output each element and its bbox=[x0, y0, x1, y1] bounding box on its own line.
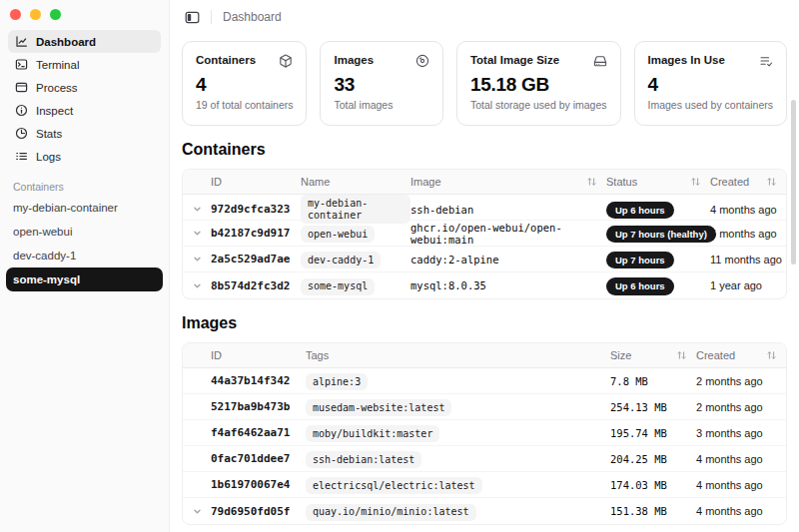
container-image: ghcr.io/open-webui/open-webui:main bbox=[410, 222, 606, 246]
card-value: 33 bbox=[334, 74, 428, 96]
image-tags-badge: quay.io/minio/minio:latest bbox=[306, 501, 610, 521]
chevron-down-icon[interactable] bbox=[183, 280, 211, 291]
sidebar-container-my-debian-container[interactable]: my-debian-container bbox=[6, 196, 163, 220]
container-id: b42187c9d917 bbox=[211, 227, 301, 240]
card-title: Images bbox=[334, 54, 374, 66]
chevron-down-icon[interactable] bbox=[183, 254, 211, 265]
terminal-icon bbox=[15, 58, 28, 71]
card-title: Images In Use bbox=[648, 54, 725, 66]
container-row[interactable]: b42187c9d917 open-webui ghcr.io/open-web… bbox=[183, 221, 786, 247]
containers-table: ID Name Image Status Created 972d9cfca32… bbox=[182, 169, 787, 299]
window-close-button[interactable] bbox=[10, 9, 21, 20]
chevron-down-icon[interactable] bbox=[183, 506, 211, 517]
image-created: 4 months ago bbox=[696, 453, 786, 465]
topbar: Dashboard bbox=[170, 0, 799, 34]
image-tags-badge: musedam-website:latest bbox=[306, 397, 610, 417]
sidebar-container-some-mysql[interactable]: some-mysql bbox=[6, 267, 163, 291]
app-window-icon bbox=[15, 81, 28, 94]
sidebar-item-process[interactable]: Process bbox=[8, 76, 161, 99]
window-zoom-button[interactable] bbox=[50, 9, 61, 20]
column-header-created[interactable]: Created bbox=[710, 176, 786, 188]
card-title: Total Image Size bbox=[470, 54, 559, 66]
sidebar-section-label: Containers bbox=[13, 181, 169, 193]
container-status: Up 6 hours bbox=[606, 200, 710, 219]
vertical-scrollbar[interactable] bbox=[791, 100, 796, 265]
card-subtitle: Images used by containers bbox=[648, 99, 774, 111]
container-id: 972d9cfca323 bbox=[211, 203, 301, 216]
chevron-down-icon[interactable] bbox=[183, 204, 211, 215]
sort-icon[interactable] bbox=[767, 177, 776, 187]
image-id: 1b61970067e4 bbox=[211, 478, 306, 491]
container-image: mysql:8.0.35 bbox=[410, 279, 606, 291]
container-id: 8b574d2fc3d2 bbox=[211, 279, 301, 292]
window-minimize-button[interactable] bbox=[30, 9, 41, 20]
column-header-tags: Tags bbox=[306, 349, 610, 361]
panel-left-icon[interactable] bbox=[185, 10, 200, 25]
sidebar-container-open-webui[interactable]: open-webui bbox=[6, 220, 163, 244]
card-images-in-use: Images In Use 4 Images used by container… bbox=[634, 41, 788, 126]
breadcrumb: Dashboard bbox=[223, 10, 282, 24]
image-id: 79d6950fd05f bbox=[211, 505, 306, 518]
column-header-name: Name bbox=[301, 176, 410, 188]
image-row[interactable]: 79d6950fd05f quay.io/minio/minio:latest … bbox=[183, 498, 786, 524]
column-header-id: ID bbox=[211, 349, 306, 361]
sidebar-item-inspect[interactable]: Inspect bbox=[8, 99, 161, 122]
image-created: 4 months ago bbox=[696, 479, 786, 491]
hard-drive-icon bbox=[593, 54, 607, 68]
image-tags-badge: electricsql/electric:latest bbox=[306, 475, 610, 495]
container-row[interactable]: 8b574d2fc3d2 some-mysql mysql:8.0.35 Up … bbox=[183, 272, 786, 298]
sidebar-item-label: Terminal bbox=[36, 59, 79, 71]
status-badge: Up 6 hours bbox=[606, 277, 674, 294]
card-images: Images 33 Total images bbox=[320, 41, 442, 126]
sort-icon[interactable] bbox=[677, 350, 686, 360]
sidebar-container-list: my-debian-container open-webui dev-caddy… bbox=[6, 196, 163, 291]
container-id: 2a5c529ad7ae bbox=[211, 253, 301, 266]
column-header-created[interactable]: Created bbox=[696, 349, 786, 361]
sidebar-container-dev-caddy-1[interactable]: dev-caddy-1 bbox=[6, 244, 163, 267]
topbar-divider bbox=[211, 10, 212, 24]
card-value: 15.18 GB bbox=[470, 74, 607, 96]
container-name-badge: my-debian-container bbox=[301, 195, 410, 224]
column-header-image[interactable]: Image bbox=[410, 176, 606, 188]
card-subtitle: Total images bbox=[334, 99, 428, 111]
main-content: Dashboard Containers 4 19 of total conta… bbox=[170, 0, 799, 532]
window-controls bbox=[0, 0, 169, 20]
image-size: 195.74 MB bbox=[610, 427, 696, 439]
sidebar-item-dashboard[interactable]: Dashboard bbox=[8, 30, 161, 53]
sort-icon[interactable] bbox=[767, 350, 776, 360]
image-size: 7.8 MB bbox=[610, 375, 696, 387]
images-section-title: Images bbox=[182, 314, 787, 332]
image-row[interactable]: 0fac701ddee7 ssh-debian:latest 204.25 MB… bbox=[183, 446, 786, 472]
image-row[interactable]: 1b61970067e4 electricsql/electric:latest… bbox=[183, 472, 786, 498]
image-row[interactable]: 44a37b14f342 alpine:3 7.8 MB 2 months ag… bbox=[183, 368, 786, 394]
stat-cards: Containers 4 19 of total containers Imag… bbox=[170, 34, 799, 126]
sort-icon[interactable] bbox=[691, 177, 700, 187]
status-badge: Up 7 hours bbox=[606, 252, 674, 268]
container-name: my-debian-container bbox=[13, 202, 118, 214]
sidebar-item-label: Logs bbox=[36, 151, 61, 163]
sort-icon[interactable] bbox=[587, 177, 596, 187]
column-header-size[interactable]: Size bbox=[610, 349, 696, 361]
image-tags-badge: moby/buildkit:master bbox=[306, 423, 610, 443]
container-name: open-webui bbox=[13, 226, 72, 238]
list-check-icon bbox=[759, 54, 773, 68]
chevron-down-icon[interactable] bbox=[183, 228, 211, 239]
info-icon bbox=[15, 104, 28, 117]
sidebar-item-logs[interactable]: Logs bbox=[8, 145, 161, 168]
container-row[interactable]: 972d9cfca323 my-debian-container ssh-deb… bbox=[183, 195, 786, 221]
image-row[interactable]: 5217ba9b473b musedam-website:latest 254.… bbox=[183, 394, 786, 420]
container-name-badge: open-webui bbox=[301, 224, 410, 244]
containers-section: Containers ID Name Image Status Created bbox=[170, 141, 799, 299]
container-status: Up 7 hours (healthy) bbox=[606, 224, 710, 243]
sidebar-item-terminal[interactable]: Terminal bbox=[8, 53, 161, 76]
container-created: 5 months ago bbox=[710, 228, 786, 240]
sidebar-item-stats[interactable]: Stats bbox=[8, 122, 161, 145]
image-id: 0fac701ddee7 bbox=[211, 452, 306, 465]
container-created: 4 months ago bbox=[710, 204, 786, 216]
image-tags-badge: alpine:3 bbox=[306, 371, 610, 391]
container-created: 1 year ago bbox=[710, 279, 786, 291]
column-header-status[interactable]: Status bbox=[606, 176, 710, 188]
image-tags-badge: ssh-debian:latest bbox=[306, 449, 610, 469]
image-row[interactable]: f4af6462aa71 moby/buildkit:master 195.74… bbox=[183, 420, 786, 446]
container-row[interactable]: 2a5c529ad7ae dev-caddy-1 caddy:2-alpine … bbox=[183, 247, 786, 272]
